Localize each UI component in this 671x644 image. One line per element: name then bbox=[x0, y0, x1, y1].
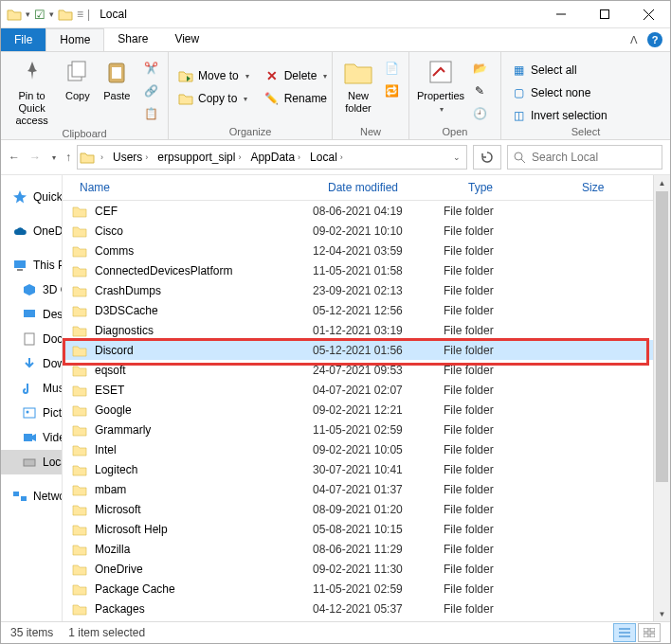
table-row[interactable]: Grammarly11-05-2021 02:59File folder bbox=[63, 420, 653, 439]
nav-up-button[interactable]: ↑ bbox=[65, 151, 71, 164]
properties-button[interactable]: Properties▾ bbox=[415, 56, 466, 115]
column-type[interactable]: Type bbox=[459, 181, 572, 194]
view-details-button[interactable] bbox=[613, 623, 636, 642]
tab-share[interactable]: Share bbox=[104, 28, 161, 51]
nav-item[interactable]: Videos bbox=[1, 425, 62, 450]
tab-view[interactable]: View bbox=[161, 28, 212, 51]
table-row[interactable]: Comms12-04-2021 03:59File folder bbox=[63, 241, 653, 260]
paste-button[interactable]: Paste bbox=[99, 56, 136, 102]
nav-item[interactable]: Documents bbox=[1, 327, 62, 351]
file-date: 24-07-2021 09:53 bbox=[313, 364, 444, 377]
column-size[interactable]: Size bbox=[572, 181, 653, 194]
easy-access-button[interactable]: 🔁 bbox=[380, 80, 403, 101]
search-input[interactable]: Search Local bbox=[507, 145, 662, 170]
file-date: 12-04-2021 03:59 bbox=[313, 244, 444, 258]
nav-item[interactable]: Local Disk (C:) bbox=[1, 450, 62, 474]
file-type: File folder bbox=[444, 344, 557, 357]
column-headers[interactable]: Name Date modified Type Size bbox=[63, 175, 653, 201]
nav-item[interactable]: Quick access bbox=[1, 185, 62, 209]
file-date: 30-07-2021 10:41 bbox=[313, 463, 444, 476]
nav-item[interactable]: Pictures bbox=[1, 401, 62, 425]
table-row[interactable]: OneDrive09-02-2021 11:30File folder bbox=[63, 559, 653, 579]
tab-file[interactable]: File bbox=[1, 28, 45, 51]
delete-button[interactable]: ✕Delete▾ bbox=[261, 65, 332, 86]
table-row[interactable]: mbam04-07-2021 01:37File folder bbox=[63, 479, 653, 499]
file-type: File folder bbox=[444, 224, 557, 238]
file-date: 04-07-2021 02:07 bbox=[313, 384, 444, 397]
pin-to-quick-access-button[interactable]: Pin to Quick access bbox=[7, 56, 57, 128]
copy-to-button[interactable]: Copy to▾ bbox=[174, 88, 253, 109]
table-row[interactable]: Package Cache11-05-2021 02:59File folder bbox=[63, 579, 653, 599]
table-row[interactable]: Packages04-12-2021 05:37File folder bbox=[63, 599, 653, 618]
table-row[interactable]: ESET04-07-2021 02:07File folder bbox=[63, 380, 653, 400]
table-row[interactable]: CEF08-06-2021 04:19File folder bbox=[63, 201, 653, 221]
svg-rect-26 bbox=[644, 634, 648, 637]
vertical-scrollbar[interactable]: ▲ ▼ bbox=[653, 175, 670, 622]
nav-item[interactable]: Network bbox=[1, 484, 62, 509]
rename-button[interactable]: ✏️Rename bbox=[261, 88, 332, 109]
nav-back-button[interactable]: ← bbox=[9, 151, 20, 164]
nav-item[interactable]: Music bbox=[1, 376, 62, 401]
nav-item[interactable]: Desktop bbox=[1, 302, 62, 327]
table-row[interactable]: Cisco09-02-2021 10:10File folder bbox=[63, 221, 653, 241]
invert-selection-button[interactable]: ◫Invert selection bbox=[507, 105, 611, 126]
table-row[interactable]: ConnectedDevicesPlatform11-05-2021 01:58… bbox=[63, 260, 653, 280]
table-row[interactable]: Google09-02-2021 12:21File folder bbox=[63, 400, 653, 420]
select-none-button[interactable]: ▢Select none bbox=[507, 82, 611, 103]
new-item-button[interactable]: 📄 bbox=[380, 58, 403, 79]
table-row[interactable]: Microsoft Help05-08-2021 10:15File folde… bbox=[63, 519, 653, 539]
help-icon[interactable]: ? bbox=[647, 32, 662, 47]
file-list[interactable]: CEF08-06-2021 04:19File folderCisco09-02… bbox=[63, 201, 653, 622]
pic-icon bbox=[22, 405, 37, 420]
file-type: File folder bbox=[444, 423, 557, 437]
net-icon bbox=[12, 489, 27, 504]
tab-home[interactable]: Home bbox=[45, 28, 104, 51]
table-row[interactable]: Logitech30-07-2021 10:41File folder bbox=[63, 459, 653, 479]
table-row[interactable]: Discord05-12-2021 01:56File folder bbox=[63, 340, 653, 360]
open-button[interactable]: 📂 bbox=[468, 58, 491, 79]
view-icons-button[interactable] bbox=[638, 623, 661, 642]
file-name: Mozilla bbox=[95, 543, 313, 556]
maximize-button[interactable] bbox=[583, 1, 626, 27]
new-folder-button[interactable]: New folder bbox=[338, 56, 378, 115]
table-row[interactable]: Microsoft08-09-2021 01:20File folder bbox=[63, 499, 653, 519]
refresh-button[interactable] bbox=[473, 145, 501, 170]
nav-item[interactable]: Downloads bbox=[1, 351, 62, 376]
nav-item[interactable]: 3D Objects bbox=[1, 277, 62, 302]
group-clipboard-label: Clipboard bbox=[1, 128, 168, 141]
navigation-pane[interactable]: Quick accessOneDriveThis PC3D ObjectsDes… bbox=[1, 175, 63, 622]
minimize-button[interactable] bbox=[539, 1, 583, 27]
nav-item[interactable]: OneDrive bbox=[1, 219, 62, 243]
table-row[interactable]: Mozilla08-06-2021 11:29File folder bbox=[63, 539, 653, 559]
file-name: Diagnostics bbox=[95, 324, 313, 337]
move-to-button[interactable]: Move to▾ bbox=[174, 65, 253, 86]
select-all-button[interactable]: ▦Select all bbox=[507, 60, 611, 80]
table-row[interactable]: Intel09-02-2021 10:05File folder bbox=[63, 439, 653, 459]
copy-button[interactable]: Copy bbox=[59, 56, 96, 102]
cut-button[interactable]: ✂️ bbox=[139, 58, 162, 79]
table-row[interactable]: eqsoft24-07-2021 09:53File folder bbox=[63, 360, 653, 380]
table-row[interactable]: D3DSCache05-12-2021 12:56File folder bbox=[63, 300, 653, 320]
svg-point-9 bbox=[515, 152, 522, 160]
address-bar[interactable]: › Users› erpsupport_sipl› AppData› Local… bbox=[77, 145, 467, 170]
disk-icon bbox=[22, 455, 37, 470]
file-date: 08-09-2021 01:20 bbox=[313, 503, 444, 516]
edit-button[interactable]: ✎ bbox=[468, 80, 491, 101]
file-date: 09-02-2021 12:21 bbox=[313, 403, 444, 417]
paste-shortcut-button[interactable]: 📋 bbox=[139, 103, 162, 124]
close-button[interactable] bbox=[626, 1, 670, 27]
nav-forward-button[interactable]: → bbox=[29, 151, 41, 164]
nav-item[interactable]: This PC bbox=[1, 253, 62, 277]
table-row[interactable]: Diagnostics01-12-2021 03:19File folder bbox=[63, 320, 653, 340]
file-name: CrashDumps bbox=[95, 284, 313, 297]
title-bar: ▾ ☑ ▾ ≡ | Local bbox=[1, 1, 670, 28]
doc-icon bbox=[22, 331, 37, 347]
copy-path-button[interactable]: 🔗 bbox=[139, 80, 162, 101]
table-row[interactable]: CrashDumps23-09-2021 02:13File folder bbox=[63, 280, 653, 300]
column-name[interactable]: Name bbox=[63, 181, 318, 194]
svg-rect-7 bbox=[112, 67, 121, 79]
history-button[interactable]: 🕘 bbox=[468, 103, 491, 124]
column-date[interactable]: Date modified bbox=[318, 181, 459, 194]
svg-rect-12 bbox=[17, 269, 23, 271]
ribbon-toggle-icon[interactable]: ᐱ bbox=[630, 34, 638, 46]
